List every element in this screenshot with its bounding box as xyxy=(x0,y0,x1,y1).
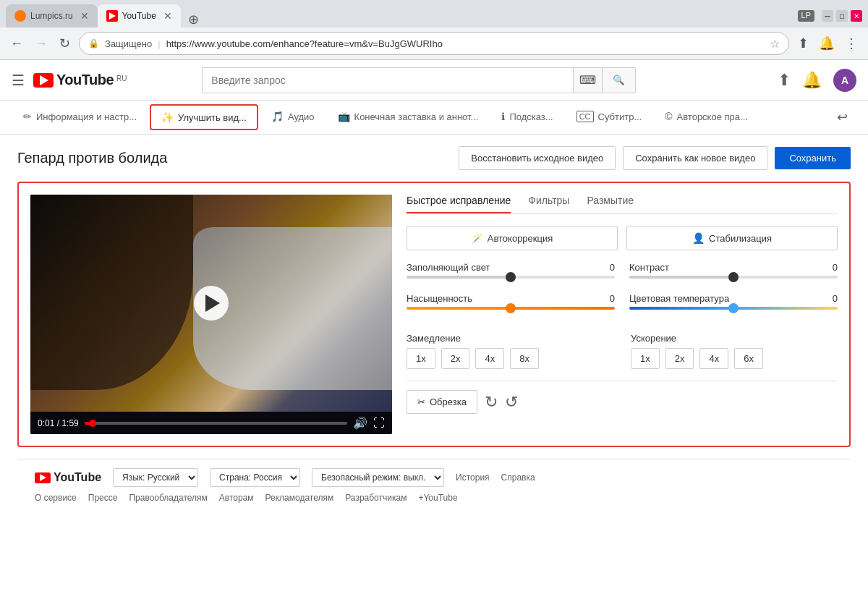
tab-youtube[interactable]: YouTube ✕ xyxy=(98,4,181,27)
fill-light-track[interactable] xyxy=(407,276,615,279)
volume-icon[interactable]: 🔊 xyxy=(353,416,367,430)
current-time: 0:01 xyxy=(38,418,54,428)
panel-tabs: Быстрое исправление Фильтры Размытие xyxy=(407,195,838,214)
notifications-icon[interactable]: 🔔 xyxy=(802,71,822,90)
fullscreen-icon[interactable]: ⛶ xyxy=(373,417,385,430)
footer-link-2[interactable]: Правообладателям xyxy=(129,493,207,503)
help-link[interactable]: Справка xyxy=(501,472,535,483)
search-bar: ⌨ 🔍 xyxy=(202,67,636,93)
fast-2x-button[interactable]: 2x xyxy=(665,348,694,369)
footer-link-0[interactable]: О сервисе xyxy=(35,493,77,503)
info-tab-icon: ✏ xyxy=(23,111,32,122)
saturation-label: Насыщенность xyxy=(407,293,472,304)
notifications-button[interactable]: 🔔 xyxy=(816,34,838,53)
footer-link-6[interactable]: +YouTube xyxy=(418,493,457,503)
tab-copyright[interactable]: © Авторское пра... xyxy=(653,102,760,132)
footer-link-3[interactable]: Авторам xyxy=(219,493,254,503)
youtube-logo-text: YouTube xyxy=(56,72,114,88)
safe-mode-select[interactable]: Безопасный режим: выкл. xyxy=(312,468,444,487)
slow-4x-button[interactable]: 4x xyxy=(475,348,504,369)
tab-audio[interactable]: 🎵 Аудио xyxy=(260,102,326,132)
history-link[interactable]: История xyxy=(456,472,490,483)
rotate-ccw-icon[interactable]: ↺ xyxy=(505,393,518,412)
back-button[interactable]: ← xyxy=(7,35,26,53)
saturation-value: 0 xyxy=(610,293,615,304)
footer-link-4[interactable]: Рекламодателям xyxy=(265,493,334,503)
panel-tab-quick[interactable]: Быстрое исправление xyxy=(407,195,511,213)
endscreen-tab-icon: 📺 xyxy=(338,111,350,122)
fast-1x-button[interactable]: 1x xyxy=(631,348,660,369)
cards-tab-icon: ℹ xyxy=(501,111,505,122)
youtube-favicon xyxy=(106,10,118,22)
trim-button[interactable]: ✂ Обрезка xyxy=(407,390,477,414)
fill-light-thumb[interactable] xyxy=(506,272,516,282)
panel-tab-filters[interactable]: Фильтры xyxy=(528,195,569,213)
saturation-thumb[interactable] xyxy=(506,303,516,313)
browser-actions: ⬆ 🔔 ⋮ xyxy=(795,34,861,53)
youtube-page: ☰ YouTube RU ⌨ 🔍 ⬆ 🔔 A ✏ Информация и на… xyxy=(0,60,868,602)
country-select[interactable]: Страна: Россия xyxy=(210,468,300,487)
audio-tab-label: Аудио xyxy=(288,111,315,122)
contrast-track[interactable] xyxy=(629,276,838,279)
slow-2x-button[interactable]: 2x xyxy=(441,348,470,369)
tab-info[interactable]: ✏ Информация и настр... xyxy=(12,102,148,132)
keyboard-icon[interactable]: ⌨ xyxy=(573,67,602,93)
fast-4x-button[interactable]: 4x xyxy=(699,348,728,369)
autocorrect-icon: 🪄 xyxy=(472,233,483,244)
forward-button[interactable]: → xyxy=(32,35,51,53)
footer-link-1[interactable]: Прессе xyxy=(88,493,118,503)
tab-youtube-close[interactable]: ✕ xyxy=(163,10,172,22)
slow-8x-button[interactable]: 8x xyxy=(510,348,539,369)
tab-subtitles[interactable]: CC Субтитр... xyxy=(565,102,654,132)
tab-endscreen[interactable]: 📺 Конечная заставка и аннот... xyxy=(326,102,490,132)
color-temp-value: 0 xyxy=(833,293,838,304)
footer-logo[interactable]: YouTube xyxy=(35,471,101,484)
bookmark-icon[interactable]: ☆ xyxy=(770,37,780,51)
saturation-track[interactable] xyxy=(407,307,615,310)
new-tab-button[interactable]: ⊕ xyxy=(184,12,203,27)
tab-lumpics-close[interactable]: ✕ xyxy=(80,10,89,22)
restore-button[interactable]: Восстановить исходное видео xyxy=(459,146,616,170)
fast-6x-button[interactable]: 6x xyxy=(734,348,763,369)
hamburger-icon[interactable]: ☰ xyxy=(12,72,25,89)
rotate-cw-icon[interactable]: ↻ xyxy=(485,393,498,412)
tab-enhance[interactable]: ✨ Улучшить вид... xyxy=(150,104,258,130)
search-input[interactable] xyxy=(202,67,573,93)
panel-tab-blur[interactable]: Размытие xyxy=(587,195,634,213)
close-button[interactable]: ✕ xyxy=(851,10,862,22)
video-progress-bar[interactable] xyxy=(85,422,347,425)
refresh-button[interactable]: ↻ xyxy=(56,34,73,53)
youtube-logo-icon xyxy=(33,73,54,88)
bottom-actions: ✂ Обрезка ↻ ↺ xyxy=(407,381,838,414)
subtitles-tab-label: Субтитр... xyxy=(598,111,642,122)
tab-cards[interactable]: ℹ Подсказ... xyxy=(490,102,564,132)
minimize-button[interactable]: ─ xyxy=(822,10,833,22)
language-select[interactable]: Язык: Русский xyxy=(113,468,198,487)
trim-label: Обрезка xyxy=(430,397,467,407)
menu-button[interactable]: ⋮ xyxy=(842,34,861,53)
footer-play-icon xyxy=(40,474,46,481)
color-temp-thumb[interactable] xyxy=(728,303,739,313)
url-bar[interactable]: 🔒 Защищено | https://www.youtube.com/enh… xyxy=(79,32,789,55)
search-button[interactable]: 🔍 xyxy=(602,67,636,93)
footer-link-5[interactable]: Разработчикам xyxy=(345,493,407,503)
upload-icon[interactable]: ⬆ xyxy=(778,71,791,90)
user-avatar[interactable]: A xyxy=(833,69,856,92)
extensions-button[interactable]: ⬆ xyxy=(795,34,812,53)
stabilize-button[interactable]: 👤 Стабилизация xyxy=(626,226,838,250)
color-temp-track[interactable] xyxy=(629,307,838,310)
save-new-button[interactable]: Сохранить как новое видео xyxy=(623,146,767,170)
youtube-logo[interactable]: YouTube RU xyxy=(33,72,127,88)
color-temp-label: Цветовая температура xyxy=(629,293,729,304)
slow-1x-button[interactable]: 1x xyxy=(407,348,435,369)
autocorrect-button[interactable]: 🪄 Автокоррекция xyxy=(407,226,618,250)
autocorrect-label: Автокоррекция xyxy=(488,233,553,244)
tab-lumpics[interactable]: Lumpics.ru ✕ xyxy=(6,4,98,27)
browser-chrome: Lumpics.ru ✕ YouTube ✕ ⊕ LP ─ □ ✕ ← → ↻ … xyxy=(0,0,868,60)
play-button[interactable] xyxy=(194,286,229,321)
youtube-logo-ru: RU xyxy=(116,75,127,82)
save-button[interactable]: Сохранить xyxy=(775,147,851,169)
contrast-thumb[interactable] xyxy=(728,272,739,282)
maximize-button[interactable]: □ xyxy=(836,10,848,22)
back-tab-icon[interactable]: ↩ xyxy=(828,101,856,134)
